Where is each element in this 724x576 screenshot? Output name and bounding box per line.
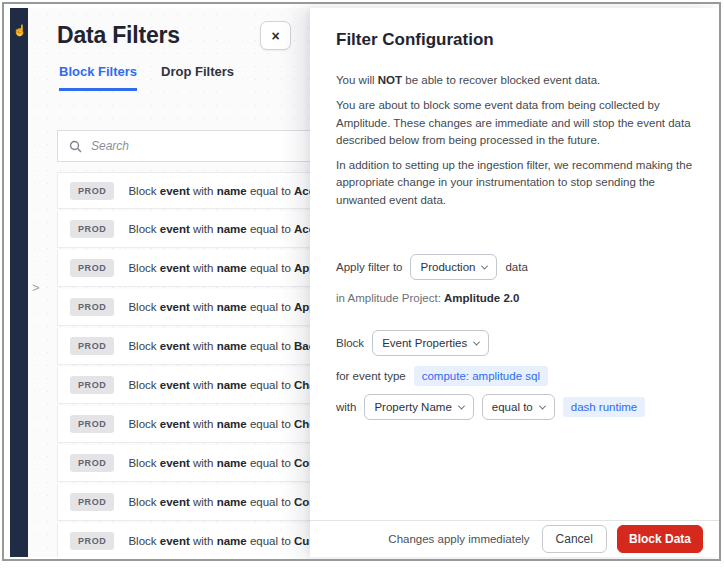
environment-badge: PROD (70, 493, 114, 511)
filter-row[interactable]: PROD Block event with name equal to Chec (57, 406, 312, 443)
environment-badge: PROD (70, 220, 114, 238)
cancel-button[interactable]: Cancel (542, 525, 607, 553)
filter-row-description: Block event with name equal to Com (128, 496, 312, 508)
project-line: in Amplitude Project: Amplitude 2.0 (336, 292, 519, 304)
with-label: with (336, 401, 356, 413)
environment-badge: PROD (70, 454, 114, 472)
block-data-button[interactable]: Block Data (617, 525, 703, 553)
filter-tabs: Block Filters Drop Filters (59, 64, 234, 91)
block-row: Block Event Properties (336, 330, 489, 356)
environment-badge: PROD (70, 298, 114, 316)
filter-row[interactable]: PROD Block event with name equal to Char (57, 367, 312, 404)
filter-row[interactable]: PROD Block event with name equal to Cust (57, 523, 312, 557)
environment-badge: PROD (70, 532, 114, 550)
filter-row-description: Block event with name equal to Acco (128, 223, 312, 235)
property-value-chip[interactable]: dash runtime (563, 397, 645, 417)
search-input[interactable]: Search (57, 130, 312, 162)
left-nav-rail: ☝ (10, 8, 28, 557)
environment-dropdown[interactable]: Production (410, 254, 497, 280)
chevron-down-icon (458, 402, 465, 409)
filter-configuration-drawer: Filter Configuration You will NOT be abl… (310, 8, 719, 557)
event-type-row: for event type compute: amplitude sql (336, 366, 548, 386)
screenshot-stage: ☝ Data Filters × Block Filters Drop Filt… (0, 0, 724, 576)
with-row: with Property Name equal to dash runtime (336, 394, 645, 420)
tab-drop-filters[interactable]: Drop Filters (161, 64, 234, 91)
data-filters-panel: Data Filters × Block Filters Drop Filter… (28, 8, 312, 557)
collapse-chevron-icon[interactable]: > (32, 280, 40, 295)
filter-row[interactable]: PROD Block event with name equal to Com (57, 445, 312, 482)
apply-filter-label: Apply filter to (336, 261, 402, 273)
event-type-chip[interactable]: compute: amplitude sql (414, 366, 548, 386)
footer-note: Changes apply immediately (388, 533, 529, 545)
tab-block-filters[interactable]: Block Filters (59, 64, 137, 91)
chevron-down-icon (539, 402, 546, 409)
apply-filter-row: Apply filter to Production data (336, 254, 528, 280)
filter-row-description: Block event with name equal to Char (128, 379, 312, 391)
search-icon (69, 140, 82, 153)
environment-badge: PROD (70, 259, 114, 277)
filter-row[interactable]: PROD Block event with name equal to Com (57, 484, 312, 521)
chevron-down-icon (473, 338, 480, 345)
filter-row[interactable]: PROD Block event with name equal to App (57, 289, 312, 326)
filter-row[interactable]: PROD Block event with name equal to App (57, 250, 312, 287)
drawer-footer: Changes apply immediately Cancel Block D… (310, 520, 719, 557)
event-type-label: for event type (336, 370, 406, 382)
description-paragraph: You are about to block some event data f… (336, 97, 708, 149)
filter-row-description: Block event with name equal to App (128, 262, 312, 274)
window-frame: ☝ Data Filters × Block Filters Drop Filt… (2, 2, 721, 561)
mouse-cursor: ☝ (13, 24, 27, 37)
close-icon[interactable]: × (260, 21, 291, 50)
drawer-title: Filter Configuration (336, 30, 693, 50)
environment-badge: PROD (70, 376, 114, 394)
environment-badge: PROD (70, 415, 114, 433)
page-title: Data Filters (57, 22, 180, 49)
filter-row-description: Block event with name equal to App (128, 301, 312, 313)
property-name-dropdown[interactable]: Property Name (364, 394, 473, 420)
filter-row[interactable]: PROD Block event with name equal to Acco (57, 172, 312, 209)
filter-row[interactable]: PROD Block event with name equal to Acco (57, 211, 312, 248)
block-type-dropdown[interactable]: Event Properties (372, 330, 489, 356)
chevron-down-icon (481, 262, 488, 269)
data-label: data (505, 261, 527, 273)
filter-row-description: Block event with name equal to Com (128, 457, 312, 469)
filter-row-description: Block event with name equal to Acco (128, 185, 312, 197)
environment-badge: PROD (70, 337, 114, 355)
filter-row-description: Block event with name equal to Chec (128, 418, 312, 430)
warning-line: You will NOT be able to recover blocked … (336, 72, 708, 89)
block-label: Block (336, 337, 364, 349)
search-placeholder: Search (91, 139, 129, 153)
filter-row-description: Block event with name equal to Back (128, 340, 312, 352)
recommendation-paragraph: In addition to setting up the ingestion … (336, 157, 708, 209)
operator-dropdown[interactable]: equal to (482, 394, 555, 420)
filter-row-description: Block event with name equal to Cust (128, 535, 312, 547)
environment-badge: PROD (70, 182, 114, 200)
filter-row[interactable]: PROD Block event with name equal to Back (57, 328, 312, 365)
filter-list: PROD Block event with name equal to Acco… (57, 172, 312, 557)
